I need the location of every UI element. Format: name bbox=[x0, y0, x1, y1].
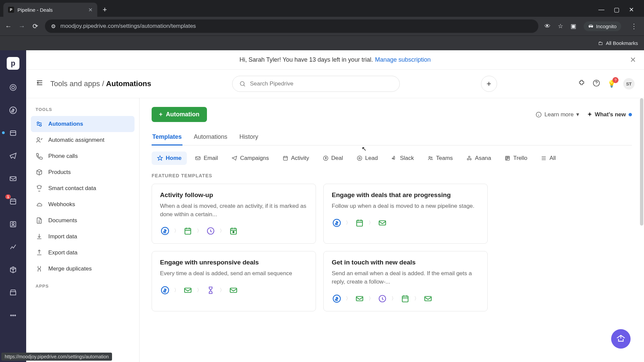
incognito-chip[interactable]: 🕶 Incognito bbox=[584, 21, 621, 31]
insights-icon[interactable] bbox=[8, 242, 18, 252]
projects-icon[interactable] bbox=[8, 128, 18, 138]
sidebar-item-phone-calls[interactable]: Phone calls bbox=[31, 148, 135, 164]
all-bookmarks-label: All Bookmarks bbox=[606, 40, 638, 46]
mail-icon bbox=[183, 285, 193, 295]
template-card[interactable]: Get in touch with new dealsSend an email… bbox=[323, 251, 488, 311]
sidebar-item-automatic-assignment[interactable]: Automatic assignment bbox=[31, 132, 135, 148]
template-card[interactable]: Engage with unresponsive dealsEvery time… bbox=[152, 251, 316, 311]
more-menu-icon[interactable]: ⋮ bbox=[629, 22, 639, 30]
manage-subscription-link[interactable]: Manage subscription bbox=[375, 56, 431, 63]
template-card[interactable]: Engage with deals that are progressingFo… bbox=[323, 184, 488, 244]
reload-icon[interactable]: ⟳ bbox=[32, 22, 39, 30]
svg-rect-37 bbox=[379, 221, 386, 225]
status-bar-url: https://moodjoy.pipedrive.com/settings/a… bbox=[1, 353, 112, 361]
minimize-icon[interactable]: — bbox=[598, 6, 604, 13]
site-settings-icon[interactable]: ⚙ bbox=[51, 23, 56, 29]
tips-icon[interactable]: 💡? bbox=[607, 80, 616, 88]
chevron-right-icon: 〉 bbox=[346, 220, 351, 226]
help-fab[interactable] bbox=[611, 329, 631, 349]
svg-rect-39 bbox=[184, 288, 191, 292]
banner-close-icon[interactable]: ✕ bbox=[630, 56, 636, 64]
template-card[interactable]: Activity follow-upWhen a deal is moved, … bbox=[152, 184, 316, 244]
svg-rect-36 bbox=[357, 220, 362, 226]
sidebar-item-label: Webhooks bbox=[48, 201, 75, 208]
filter-slack[interactable]: Slack bbox=[386, 152, 419, 165]
tab-automations[interactable]: Automations bbox=[193, 130, 228, 145]
avatar[interactable]: ST bbox=[623, 78, 635, 89]
filter-home[interactable]: Home bbox=[152, 152, 187, 165]
svg-point-13 bbox=[37, 122, 39, 124]
marketplace-icon[interactable] bbox=[8, 288, 18, 298]
sidebar-item-label: Automatic assignment bbox=[48, 137, 104, 143]
main-panel: + Automation Learn more ▾ ✦ What's new T… bbox=[140, 98, 644, 362]
filter-deal[interactable]: Deal bbox=[317, 152, 348, 165]
sidebar-item-webhooks[interactable]: Webhooks bbox=[31, 196, 135, 213]
star-icon[interactable]: ☆ bbox=[558, 22, 563, 30]
sidebar-item-merge-duplicates[interactable]: Merge duplicates bbox=[31, 261, 135, 277]
new-tab-button[interactable]: + bbox=[99, 5, 111, 14]
sidebar-item-automations[interactable]: Automations bbox=[31, 116, 135, 132]
sidebar-item-smart-contact-data[interactable]: Smart contact data bbox=[31, 180, 135, 196]
extensions-icon[interactable] bbox=[578, 79, 585, 88]
filter-asana[interactable]: Asana bbox=[461, 152, 496, 165]
chevron-right-icon: 〉 bbox=[391, 296, 396, 302]
quick-add-button[interactable]: + bbox=[481, 76, 497, 92]
scrollbar[interactable] bbox=[640, 98, 643, 226]
card-desc: Send an email when a deal is added. If t… bbox=[332, 269, 479, 286]
help-icon[interactable] bbox=[593, 79, 600, 88]
activities-icon[interactable]: 1 bbox=[8, 196, 18, 206]
svg-rect-29 bbox=[508, 157, 509, 159]
filter-all[interactable]: All bbox=[535, 152, 561, 165]
filter-trello[interactable]: Trello bbox=[499, 152, 533, 165]
new-automation-button[interactable]: + Automation bbox=[152, 107, 207, 122]
forward-icon[interactable]: → bbox=[18, 22, 25, 30]
filter-campaigns[interactable]: Campaigns bbox=[226, 152, 274, 165]
sidebar-item-documents[interactable]: Documents bbox=[31, 213, 135, 229]
eye-off-icon[interactable]: 👁 bbox=[544, 23, 550, 30]
chevron-right-icon: 〉 bbox=[197, 287, 202, 293]
breadcrumb: Tools and apps / Automations bbox=[50, 79, 151, 88]
deals-icon[interactable] bbox=[8, 105, 18, 115]
chevron-right-icon: 〉 bbox=[220, 287, 224, 293]
back-icon[interactable]: ← bbox=[5, 22, 12, 30]
contacts-icon[interactable] bbox=[8, 219, 18, 229]
sidebar-item-import-data[interactable]: Import data bbox=[31, 229, 135, 245]
new-automation-label: Automation bbox=[166, 111, 200, 118]
learn-more-dropdown[interactable]: Learn more ▾ bbox=[536, 111, 579, 118]
more-apps-icon[interactable] bbox=[8, 310, 18, 320]
breadcrumb-root[interactable]: Tools and apps bbox=[50, 79, 100, 88]
sidebar-item-products[interactable]: Products bbox=[31, 164, 135, 180]
chevron-right-icon: 〉 bbox=[220, 228, 224, 234]
collapse-sidebar-icon[interactable] bbox=[36, 79, 44, 89]
panel-icon[interactable]: ▣ bbox=[571, 22, 576, 30]
sidebar-item-label: Import data bbox=[48, 233, 77, 240]
mail-icon[interactable] bbox=[8, 174, 18, 184]
filter-email[interactable]: Email bbox=[190, 152, 223, 165]
search-box[interactable] bbox=[232, 76, 400, 92]
filter-teams[interactable]: Teams bbox=[422, 152, 458, 165]
all-bookmarks-button[interactable]: 🗀 All Bookmarks bbox=[598, 40, 638, 46]
filter-activity[interactable]: Activity bbox=[277, 152, 315, 165]
sidebar-item-export-data[interactable]: Export data bbox=[31, 245, 135, 261]
search-input[interactable] bbox=[250, 80, 393, 87]
chevron-right-icon: 〉 bbox=[174, 287, 179, 293]
chevron-right-icon: 〉 bbox=[197, 228, 202, 234]
chevron-right-icon: 〉 bbox=[346, 296, 351, 302]
browser-tab[interactable]: P Pipeline - Deals ✕ bbox=[3, 3, 97, 17]
app-logo[interactable]: p bbox=[7, 57, 19, 70]
close-window-icon[interactable]: ✕ bbox=[629, 6, 634, 13]
filter-lead[interactable]: Lead bbox=[351, 152, 383, 165]
flow-icons: 〉〉〉 bbox=[160, 285, 308, 295]
products-icon[interactable] bbox=[8, 265, 18, 275]
tab-templates[interactable]: Templates bbox=[152, 130, 182, 145]
svg-point-20 bbox=[357, 156, 362, 161]
tab-favicon: P bbox=[8, 7, 14, 13]
url-field[interactable]: ⚙ moodjoy.pipedrive.com/settings/automat… bbox=[45, 19, 538, 33]
chevron-right-icon: 〉 bbox=[369, 296, 373, 302]
tab-history[interactable]: History bbox=[239, 130, 259, 145]
focus-icon[interactable] bbox=[8, 82, 18, 93]
close-tab-icon[interactable]: ✕ bbox=[88, 7, 93, 13]
campaigns-icon[interactable] bbox=[8, 151, 18, 161]
whats-new-button[interactable]: ✦ What's new bbox=[587, 111, 632, 118]
maximize-icon[interactable]: ▢ bbox=[614, 6, 620, 13]
